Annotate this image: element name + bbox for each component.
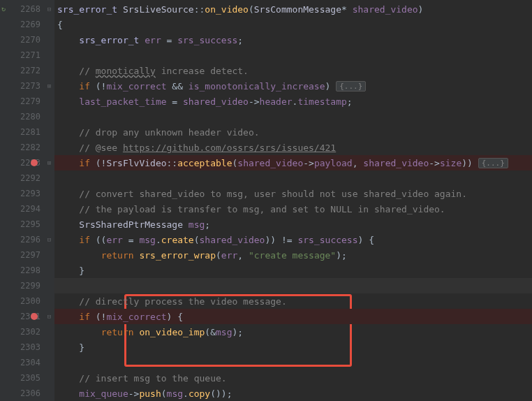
code-line[interactable]: srs_error_t SrsLiveSource::on_video(SrsC…	[54, 1, 532, 17]
token: err	[221, 250, 237, 261]
code-line[interactable]	[54, 170, 532, 186]
code-line[interactable]: if (!SrsFlvVideo::acceptable(shared_vide…	[54, 155, 532, 170]
code-line[interactable]: }	[54, 340, 532, 355]
gutter-line[interactable]: 2271	[0, 48, 54, 63]
token: ))	[461, 158, 478, 168]
token: );	[232, 327, 243, 337]
code-line[interactable]	[54, 278, 532, 293]
token: // the payload is transfer to msg, and s…	[79, 204, 445, 214]
code-line[interactable]: // directly process the video message.	[54, 293, 532, 309]
code-line[interactable]: if (!mix_correct) {	[54, 309, 532, 324]
token: //	[79, 66, 95, 76]
code-line[interactable]: // monotically increase detect.	[54, 63, 532, 78]
code-line[interactable]: }	[54, 263, 532, 278]
gutter-line[interactable]: 2296⊟	[0, 232, 54, 247]
gutter-line[interactable]: 2283⊞	[0, 155, 54, 170]
code-line[interactable]: SrsSharedPtrMessage msg;	[54, 217, 532, 232]
code-line[interactable]	[54, 109, 532, 124]
token: copy	[189, 388, 210, 399]
token: payload	[314, 158, 353, 168]
fold-icon[interactable]: ⊞	[46, 160, 52, 166]
token: if	[79, 158, 90, 168]
code-editor: 2268⊟↻22692270227122722273⊞2279228022812…	[0, 0, 532, 401]
gutter-line[interactable]: 2280	[0, 109, 54, 124]
token: on_video	[205, 4, 249, 15]
fold-icon[interactable]: ⊟	[46, 314, 52, 320]
token: ());	[210, 388, 232, 399]
token: (	[216, 250, 221, 261]
gutter-line[interactable]: 2304	[0, 355, 54, 370]
gutter-line[interactable]: 2273⊞	[0, 78, 54, 94]
token: &&	[167, 81, 189, 92]
gutter-line[interactable]: 2294	[0, 201, 54, 217]
token: )) !=	[265, 235, 297, 245]
token: ) {	[358, 235, 374, 245]
token: (&	[205, 327, 216, 337]
code-line[interactable]: if ((err = msg.create(shared_video)) != …	[54, 232, 532, 247]
token: shared_video	[183, 96, 249, 107]
gutter-line[interactable]: 2305	[0, 370, 54, 386]
token: err	[145, 35, 161, 45]
gutter-line[interactable]: 2295	[0, 217, 54, 232]
folded-code[interactable]: {...}	[336, 81, 366, 92]
gutter-line[interactable]: 2300	[0, 293, 54, 309]
line-number: 2295	[20, 219, 40, 229]
code-line[interactable]: // the payload is transfer to msg, and s…	[54, 201, 532, 217]
token: (	[249, 4, 254, 15]
gutter-line[interactable]: 2298	[0, 263, 54, 278]
code-line[interactable]: {	[54, 17, 532, 32]
gutter-line[interactable]: 2279	[0, 94, 54, 109]
code-line[interactable]	[54, 48, 532, 63]
code-line[interactable]: if (!mix_correct && is_monotonically_inc…	[54, 78, 532, 94]
fold-icon[interactable]: ⊟	[46, 6, 52, 13]
gutter-line[interactable]: 2269	[0, 17, 54, 32]
line-number: 2299	[20, 281, 40, 291]
breakpoint-icon[interactable]	[31, 159, 38, 166]
gutter-line[interactable]: 2270	[0, 32, 54, 48]
token: return	[101, 250, 134, 261]
token: ((	[90, 235, 106, 245]
line-number: 2270	[20, 35, 40, 45]
breakpoint-icon[interactable]	[31, 313, 38, 320]
fold-icon[interactable]: ⊟	[46, 237, 52, 243]
gutter-line[interactable]: 2281	[0, 124, 54, 140]
gutter-line[interactable]: 2282	[0, 140, 54, 155]
code-line[interactable]: // drop any unknown header video.	[54, 124, 532, 140]
gutter-line[interactable]: 2299	[0, 278, 54, 293]
token	[117, 4, 123, 15]
gutter-line[interactable]: 2292	[0, 170, 54, 186]
code-line[interactable]: // @see https://github.com/ossrs/srs/iss…	[54, 140, 532, 155]
gutter-line[interactable]: 2293	[0, 186, 54, 201]
token: srs_success	[297, 235, 357, 245]
gutter-line[interactable]: 2272	[0, 63, 54, 78]
gutter-line[interactable]: 2301⊟	[0, 309, 54, 324]
code-line[interactable]: last_packet_time = shared_video->header.…	[54, 94, 532, 109]
token: push	[139, 388, 161, 399]
code-line[interactable]: return srs_error_wrap(err, "create messa…	[54, 247, 532, 263]
fold-icon[interactable]: ⊞	[46, 83, 52, 89]
gutter-line[interactable]: 2303	[0, 340, 54, 355]
line-number: 2302	[20, 327, 40, 337]
token: is_monotonically_increase	[189, 81, 325, 92]
code-line[interactable]: // convert shared_video to msg, user sho…	[54, 186, 532, 201]
code-line[interactable]: // insert msg to the queue.	[54, 370, 532, 386]
line-number: 2303	[20, 342, 40, 352]
token: msg	[189, 219, 205, 230]
gutter-line[interactable]: 2268⊟↻	[0, 1, 54, 17]
code-line[interactable]: mix_queue->push(msg.copy());	[54, 386, 532, 401]
code-line[interactable]: return on_video_imp(&msg);	[54, 324, 532, 340]
token: )	[418, 4, 424, 15]
token: // drop any unknown header video.	[79, 127, 259, 138]
folded-code[interactable]: {...}	[478, 158, 508, 168]
token: .	[183, 388, 189, 399]
code-line[interactable]: srs_error_t err = srs_success;	[54, 32, 532, 48]
gutter-line[interactable]: 2306	[0, 386, 54, 401]
token: mix_correct	[106, 81, 166, 92]
token: on_video_imp	[139, 327, 205, 337]
code-area[interactable]: srs_error_t SrsLiveSource::on_video(SrsC…	[54, 0, 532, 401]
gutter-line[interactable]: 2302	[0, 324, 54, 340]
token: ,	[237, 250, 249, 261]
gutter-line[interactable]: 2297	[0, 247, 54, 263]
token: SrsLiveSource	[123, 4, 194, 15]
code-line[interactable]	[54, 355, 532, 370]
